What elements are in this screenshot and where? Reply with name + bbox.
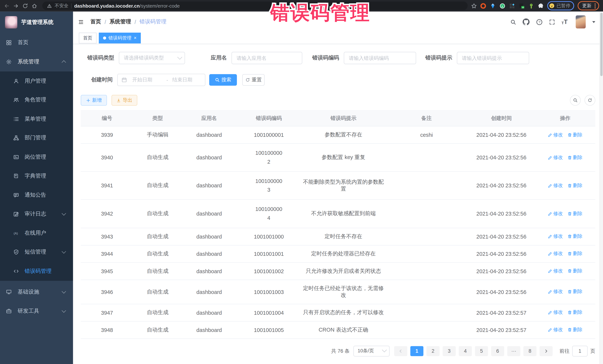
sidebar-fold-button[interactable] — [78, 19, 84, 25]
add-button[interactable]: 新增 — [81, 95, 107, 106]
refresh-table-button[interactable] — [585, 95, 595, 106]
sidebar-item-notice[interactable]: 通知公告 — [0, 186, 73, 205]
page-button-1[interactable]: 1 — [410, 346, 423, 356]
delete-link[interactable]: 删除 — [568, 132, 583, 138]
browser-home-button[interactable] — [32, 3, 37, 9]
ubuntu-ring-icon[interactable] — [480, 3, 486, 9]
start-date-placeholder[interactable]: 开始日期 — [132, 76, 162, 83]
sidebar-item-error-code[interactable]: 错误码管理 — [0, 262, 73, 281]
scrollbar-thumb[interactable] — [600, 13, 603, 76]
edit-link[interactable]: 修改 — [548, 288, 563, 295]
bookmark-star-icon[interactable] — [471, 3, 477, 9]
sidebar-item-infra[interactable]: 基础设施 — [0, 282, 73, 301]
sidebar-item-menu[interactable]: 菜单管理 — [0, 110, 73, 129]
date-range-picker[interactable]: 开始日期 - 结束日期 — [117, 74, 205, 86]
browser-update-button[interactable]: 更新 — [578, 1, 599, 10]
puzzle-icon[interactable] — [538, 3, 544, 9]
next-page-button[interactable] — [540, 346, 553, 356]
delete-link[interactable]: 删除 — [568, 309, 583, 316]
header-search-icon[interactable] — [510, 19, 516, 25]
sidebar-item-role[interactable]: 角色管理 — [0, 90, 73, 110]
page-button-4[interactable]: 4 — [459, 346, 472, 356]
github-icon[interactable] — [523, 18, 530, 25]
page-button-6[interactable]: 6 — [491, 346, 504, 356]
browser-reload-button[interactable] — [22, 3, 28, 9]
delete-link[interactable]: 删除 — [568, 251, 583, 257]
delete-link[interactable]: 删除 — [568, 154, 583, 161]
list-on-icon[interactable]: on — [519, 3, 524, 9]
org-tree-icon — [13, 135, 19, 141]
browser-forward-button[interactable] — [13, 3, 19, 9]
edit-link[interactable]: 修改 — [548, 268, 563, 274]
svg-text:on: on — [522, 6, 524, 8]
edit-link[interactable]: 修改 — [548, 210, 563, 217]
error-type-select[interactable]: 请选择错误码类型 — [119, 52, 185, 64]
fullscreen-icon[interactable] — [549, 19, 555, 25]
chevron-down-icon[interactable] — [592, 21, 595, 23]
grid-squares-icon[interactable] — [509, 3, 515, 9]
breadcrumb-system[interactable]: 系统管理 — [109, 18, 131, 25]
page-ellipsis[interactable]: ··· — [507, 346, 520, 356]
cell-code: 1001001003 — [236, 280, 302, 304]
browser-menu-icon[interactable] — [594, 3, 596, 8]
profile-paused-pill[interactable]: 已暂停 — [547, 1, 574, 10]
sidebar-item-user[interactable]: 用户管理 — [0, 72, 73, 91]
page-button-5[interactable]: 5 — [475, 346, 488, 356]
chevron-down-icon — [62, 308, 66, 312]
edit-link[interactable]: 修改 — [548, 251, 563, 257]
goto-page-input[interactable] — [572, 346, 588, 356]
green-y-icon[interactable]: y — [499, 3, 505, 9]
browser-back-button[interactable] — [4, 3, 10, 9]
delete-link[interactable]: 删除 — [568, 210, 583, 217]
sidebar-item-label: 短信管理 — [25, 249, 46, 255]
breadcrumb-home[interactable]: 首页 — [90, 18, 101, 25]
tag-home[interactable]: 首页 — [79, 33, 96, 43]
edit-link[interactable]: 修改 — [548, 132, 563, 138]
page-button-3[interactable]: 3 — [443, 346, 456, 356]
sidebar-item-audit-log[interactable]: 审计日志 — [0, 205, 73, 224]
end-date-placeholder[interactable]: 结束日期 — [172, 76, 199, 83]
export-button[interactable]: 导出 — [112, 95, 137, 106]
delete-link[interactable]: 删除 — [568, 268, 583, 274]
error-hint-input[interactable] — [457, 52, 529, 64]
font-size-icon[interactable]: TT — [561, 19, 568, 25]
green-key-icon[interactable] — [528, 3, 534, 9]
sidebar-item-home[interactable]: 首页 — [0, 33, 73, 52]
sidebar-item-sms[interactable]: 短信管理 — [0, 243, 73, 262]
page-button-8[interactable]: 8 — [523, 346, 536, 356]
avatar[interactable] — [576, 15, 586, 28]
edit-link[interactable]: 修改 — [548, 327, 563, 333]
tag-error-code[interactable]: 错误码管理 × — [99, 33, 141, 43]
delete-link[interactable]: 删除 — [568, 233, 583, 240]
search-button[interactable]: 搜索 — [209, 74, 237, 86]
app-name-input[interactable] — [232, 52, 302, 64]
col-type: 类型 — [133, 110, 182, 126]
tag-close-icon[interactable]: × — [134, 36, 137, 40]
edit-link[interactable]: 修改 — [548, 154, 563, 161]
reset-button[interactable]: 重置 — [242, 74, 265, 86]
delete-link[interactable]: 删除 — [568, 182, 583, 189]
app-logo-row[interactable]: 芋道管理系统 — [0, 11, 73, 33]
address-bar[interactable]: 不安全 dashboard.yudao.iocoder.cn/system/er… — [42, 1, 468, 10]
page-button-2[interactable]: 2 — [427, 346, 440, 356]
cell-memo — [385, 245, 468, 263]
toggle-search-button[interactable] — [570, 95, 581, 106]
sidebar-item-dev-tools[interactable]: 研发工具 — [0, 301, 73, 321]
help-icon[interactable]: ? — [536, 19, 543, 25]
page-size-select[interactable]: 10条/页 — [353, 346, 390, 356]
sidebar-item-online-user[interactable]: (A)在线用户 — [0, 223, 73, 243]
sidebar-item-dict[interactable]: 字典管理 — [0, 167, 73, 186]
delete-link[interactable]: 删除 — [568, 327, 583, 333]
prev-page-button[interactable] — [394, 346, 407, 356]
edit-link[interactable]: 修改 — [548, 182, 563, 189]
sidebar-item-system[interactable]: 系统管理 — [0, 52, 73, 72]
error-code-input[interactable] — [344, 52, 416, 64]
blue-pin-icon[interactable] — [490, 3, 496, 9]
delete-link[interactable]: 删除 — [568, 288, 583, 295]
page-scrollbar[interactable] — [600, 11, 603, 364]
cell-msg: 不能删除类型为系统内置的参数配置 — [302, 172, 385, 200]
edit-link[interactable]: 修改 — [548, 309, 563, 316]
edit-link[interactable]: 修改 — [548, 233, 563, 240]
sidebar-item-post[interactable]: 岗位管理 — [0, 147, 73, 167]
sidebar-item-dept[interactable]: 部门管理 — [0, 128, 73, 147]
